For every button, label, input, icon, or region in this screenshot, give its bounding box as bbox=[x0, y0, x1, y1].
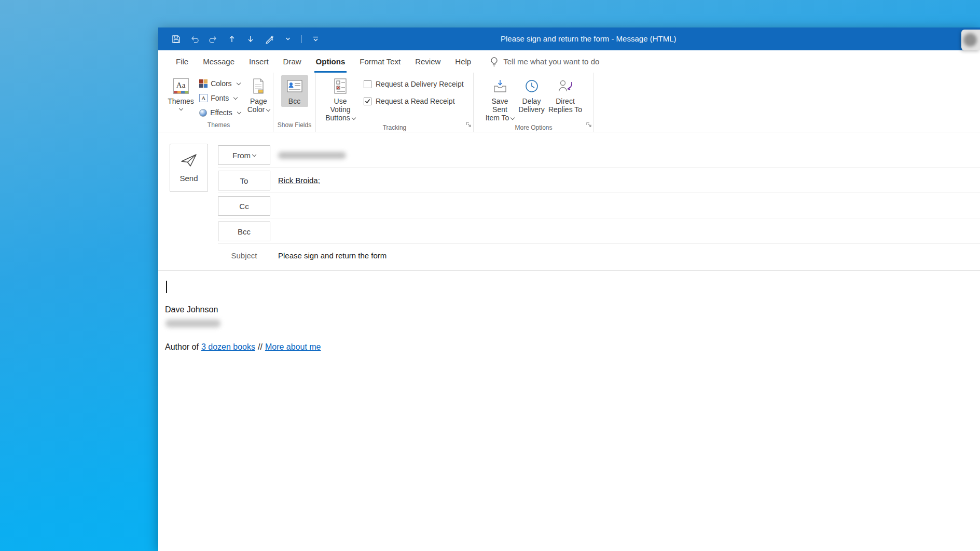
request-delivery-receipt-checkbox[interactable]: Request a Delivery Receipt bbox=[364, 80, 464, 88]
dialog-launcher-icon[interactable] bbox=[586, 120, 592, 130]
direct-replies-to-button[interactable]: Direct Replies To bbox=[547, 75, 584, 115]
save-sent-icon bbox=[493, 77, 507, 95]
recipient-link[interactable]: Rick Broida bbox=[278, 176, 318, 185]
customize-qat-icon[interactable] bbox=[310, 34, 321, 44]
checkmark-icon bbox=[365, 99, 370, 104]
effects-icon bbox=[199, 109, 207, 117]
more-about-me-link[interactable]: More about me bbox=[265, 342, 321, 351]
overlapping-window-fragment bbox=[961, 30, 980, 50]
tab-message[interactable]: Message bbox=[196, 50, 242, 73]
page-color-label-2: Color bbox=[247, 105, 270, 114]
colors-icon bbox=[199, 79, 208, 88]
cc-label: Cc bbox=[239, 202, 249, 211]
delay-label-2: Delivery bbox=[518, 105, 545, 114]
message-body-editor[interactable]: Dave Johnson Author of3 dozen books//Mor… bbox=[158, 271, 980, 551]
tracking-checkboxes: Request a Delivery Receipt Request a Rea… bbox=[358, 75, 464, 105]
colors-label: Colors bbox=[211, 79, 231, 88]
to-button[interactable]: To bbox=[218, 171, 270, 190]
ribbon-group-tracking: Use Voting Buttons Request a Delivery Re… bbox=[316, 73, 474, 132]
lightbulb-icon bbox=[490, 57, 499, 67]
ribbon-tab-bar: File Message Insert Draw Options Format … bbox=[158, 50, 980, 73]
chevron-down-icon bbox=[510, 116, 515, 120]
bcc-button[interactable]: Bcc bbox=[218, 222, 270, 241]
tab-file[interactable]: File bbox=[169, 50, 196, 73]
compose-header: Send From To Cc Bcc Rick Broida; Subject… bbox=[158, 132, 980, 271]
direct-label-1: Direct bbox=[556, 97, 575, 105]
bcc-field-underline bbox=[218, 243, 980, 244]
ribbon: Aa Themes Colors A Fonts bbox=[158, 73, 980, 132]
themes-small-buttons: Colors A Fonts Effects bbox=[197, 75, 244, 120]
signature-name: Dave Johnson bbox=[165, 305, 218, 314]
checkbox-checked bbox=[364, 98, 371, 105]
page-color-button[interactable]: Page Color bbox=[244, 75, 273, 115]
save-sent-item-to-button[interactable]: Save Sent Item To bbox=[484, 75, 517, 123]
save-sent-label-1: Save Sent bbox=[485, 97, 516, 114]
chevron-down-icon[interactable] bbox=[283, 34, 293, 44]
arrow-up-icon[interactable] bbox=[227, 34, 237, 44]
quick-access-toolbar bbox=[158, 34, 321, 44]
page-color-label-1: Page bbox=[250, 97, 267, 105]
arrow-down-icon[interactable] bbox=[245, 34, 256, 44]
tab-help[interactable]: Help bbox=[448, 50, 478, 73]
send-button[interactable]: Send bbox=[170, 144, 208, 192]
to-field-value[interactable]: Rick Broida; bbox=[278, 171, 320, 190]
subject-field-value[interactable]: Please sign and return the form bbox=[278, 250, 387, 262]
bcc-toggle-button[interactable]: Bcc bbox=[281, 75, 308, 107]
ribbon-group-themes: Aa Themes Colors A Fonts bbox=[164, 73, 273, 132]
from-address-redacted bbox=[278, 152, 346, 159]
send-paper-plane-icon bbox=[180, 153, 198, 168]
voting-label-2: Buttons bbox=[325, 114, 355, 122]
effects-button[interactable]: Effects bbox=[197, 105, 244, 120]
tab-draw[interactable]: Draw bbox=[276, 50, 309, 73]
signature-author-line: Author of3 dozen books//More about me bbox=[165, 342, 321, 352]
pen-icon[interactable] bbox=[264, 34, 274, 44]
colors-button[interactable]: Colors bbox=[197, 76, 244, 91]
chevron-down-icon bbox=[236, 81, 240, 85]
request-read-receipt-checkbox[interactable]: Request a Read Receipt bbox=[364, 97, 464, 105]
chevron-down-icon bbox=[178, 106, 183, 111]
recipient-separator: ; bbox=[318, 176, 320, 185]
tab-format-text[interactable]: Format Text bbox=[352, 50, 408, 73]
to-label: To bbox=[240, 176, 249, 185]
tab-insert[interactable]: Insert bbox=[242, 50, 276, 73]
themes-button[interactable]: Aa Themes bbox=[164, 75, 197, 112]
bcc-toggle-label: Bcc bbox=[288, 97, 300, 105]
delay-clock-icon bbox=[524, 77, 539, 95]
tab-options[interactable]: Options bbox=[309, 50, 353, 73]
send-label: Send bbox=[180, 174, 198, 183]
delivery-receipt-label: Request a Delivery Receipt bbox=[376, 80, 464, 88]
books-link[interactable]: 3 dozen books bbox=[201, 342, 255, 351]
dialog-launcher-icon[interactable] bbox=[465, 120, 472, 130]
redo-icon[interactable] bbox=[208, 34, 218, 44]
window-title: Please sign and return the form - Messag… bbox=[501, 27, 676, 50]
chevron-down-icon bbox=[266, 107, 270, 112]
bcc-label: Bcc bbox=[238, 227, 251, 236]
ribbon-group-show-fields: Bcc Show Fields bbox=[273, 73, 316, 132]
blurred-avatar bbox=[963, 33, 977, 47]
tell-me-box[interactable]: Tell me what you want to do bbox=[490, 50, 599, 73]
voting-buttons-icon bbox=[333, 77, 348, 95]
cc-button[interactable]: Cc bbox=[218, 196, 270, 216]
save-icon[interactable] bbox=[171, 34, 181, 44]
read-receipt-label: Request a Read Receipt bbox=[376, 97, 455, 105]
text-cursor bbox=[166, 281, 167, 293]
author-prefix: Author of bbox=[165, 342, 199, 351]
outlook-message-window: Please sign and return the form - Messag… bbox=[158, 27, 980, 551]
subject-label: Subject bbox=[218, 250, 270, 262]
fonts-label: Fonts bbox=[211, 94, 229, 102]
group-label-tracking: Tracking bbox=[316, 123, 473, 132]
undo-icon[interactable] bbox=[189, 34, 200, 44]
chevron-down-icon bbox=[351, 116, 355, 120]
link-separator: // bbox=[258, 342, 263, 351]
delay-delivery-button[interactable]: Delay Delivery bbox=[517, 75, 547, 115]
tab-review[interactable]: Review bbox=[408, 50, 448, 73]
titlebar: Please sign and return the form - Messag… bbox=[158, 27, 980, 50]
group-label-more-options: More Options bbox=[474, 123, 593, 132]
from-label: From bbox=[232, 151, 251, 160]
voting-label-1: Use Voting bbox=[323, 97, 357, 114]
from-button[interactable]: From bbox=[218, 145, 270, 165]
fonts-button[interactable]: A Fonts bbox=[197, 91, 244, 105]
group-label-show-fields: Show Fields bbox=[273, 121, 315, 132]
effects-label: Effects bbox=[210, 108, 232, 117]
use-voting-buttons-button[interactable]: Use Voting Buttons bbox=[322, 75, 358, 123]
